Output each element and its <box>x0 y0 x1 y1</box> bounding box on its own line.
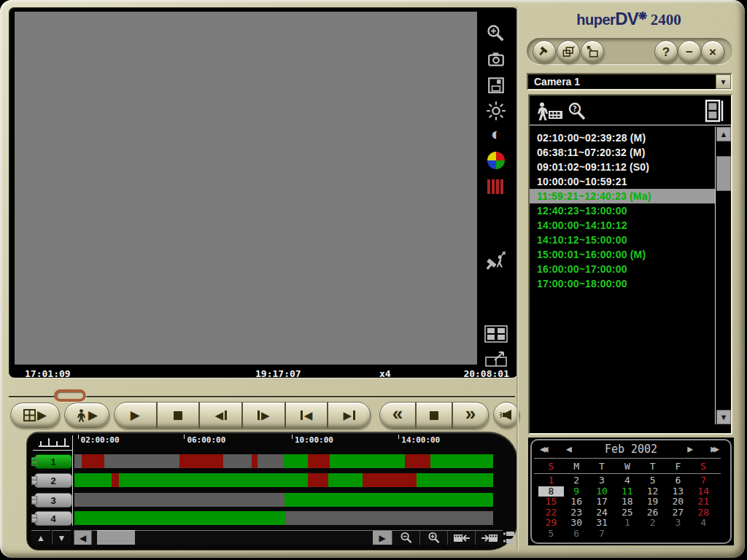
timeline-row-3[interactable] <box>74 493 493 507</box>
minimize-button[interactable]: − <box>678 40 701 63</box>
view-toggle-icon[interactable] <box>705 99 727 122</box>
calendar-day-cell[interactable]: 3 <box>665 518 691 528</box>
play-button[interactable]: ▶ <box>115 402 156 428</box>
calendar-day-cell[interactable]: 22 <box>538 508 564 518</box>
contrast-icon[interactable]: ◐ <box>491 125 502 143</box>
segment-pair-icon[interactable] <box>503 530 516 545</box>
tools-person-icon[interactable] <box>485 251 507 273</box>
calendar-day-cell[interactable]: 16 <box>564 497 589 507</box>
list-scrollbar-thumb[interactable] <box>716 156 731 191</box>
calendar-day-cell[interactable]: 25 <box>614 508 640 518</box>
segment-item[interactable]: 02:10:00~02:39:28 (M) <box>530 131 715 145</box>
segment-item[interactable]: 12:40:23~13:00:00 <box>530 203 715 218</box>
segment-item[interactable]: 16:00:00~17:00:00 <box>530 262 715 276</box>
calendar-day-cell[interactable]: 12 <box>640 486 665 497</box>
calendar-day-cell[interactable]: 2 <box>640 518 665 528</box>
rewind-button[interactable]: « <box>380 402 415 428</box>
channel-scroll-up-button[interactable]: ▲ <box>31 530 50 545</box>
calendar-day-cell[interactable]: 23 <box>564 508 589 518</box>
calendar-day-cell[interactable]: 28 <box>691 508 716 518</box>
calendar-day-cell[interactable]: 15 <box>538 497 564 507</box>
help-button[interactable]: ? <box>654 40 678 63</box>
calendar-day-cell[interactable]: 4 <box>691 518 716 528</box>
fast-forward-button[interactable]: » <box>452 402 488 428</box>
timeline-row-1[interactable] <box>74 454 493 468</box>
segment-item[interactable]: 14:00:00~14:10:12 <box>530 218 715 233</box>
calendar-day-cell[interactable]: 9 <box>564 486 589 497</box>
channel-button-1[interactable]: 1 <box>34 454 72 469</box>
segment-item[interactable]: 09:01:02~09:11:12 (S0) <box>530 160 715 174</box>
seek-handle[interactable] <box>54 389 86 402</box>
search-icon[interactable]: ? <box>568 102 587 121</box>
stop-button[interactable] <box>156 402 199 428</box>
calendar-day-cell[interactable]: 20 <box>665 497 691 507</box>
channel-button-3[interactable]: 3 <box>34 493 72 508</box>
timeline-scrollbar-thumb[interactable] <box>97 530 135 545</box>
segment-item[interactable]: 06:38:11~07:20:32 (M) <box>530 145 715 160</box>
calendar-day-cell[interactable]: 31 <box>589 518 615 528</box>
next-segment-button[interactable] <box>475 530 503 545</box>
calendar-day-cell[interactable]: 13 <box>665 486 691 497</box>
channel-button-4[interactable]: 4 <box>34 511 72 526</box>
copy-clip-button[interactable] <box>557 40 580 63</box>
go-start-button[interactable]: ◀ <box>285 402 328 428</box>
calendar-day-cell[interactable]: 11 <box>614 486 640 497</box>
multi-view-play-button[interactable]: ▶ <box>10 402 60 428</box>
go-end-button[interactable]: ▶ <box>327 402 370 428</box>
color-wheel-icon[interactable] <box>487 152 505 169</box>
calendar-day-cell[interactable]: 30 <box>564 518 589 528</box>
calendar-day-cell[interactable]: 6 <box>665 475 691 486</box>
channel-button-2[interactable]: 2 <box>34 473 72 488</box>
calendar-day-cell[interactable]: 7 <box>691 475 716 486</box>
setup-button[interactable] <box>533 40 556 63</box>
segment-item[interactable]: 14:10:12~15:00:00 <box>530 233 715 247</box>
chevron-down-icon[interactable]: ▼ <box>716 74 731 89</box>
save-floppy-icon[interactable] <box>487 76 506 95</box>
calendar-day-cell[interactable]: 26 <box>640 508 665 518</box>
segment-item[interactable]: 11:59:21~12:40:23 (Ma) <box>530 189 715 203</box>
calendar-day-cell[interactable]: 4 <box>614 475 640 486</box>
calendar-day-cell[interactable]: 21 <box>691 497 716 507</box>
calendar-day-cell[interactable]: 1 <box>614 518 640 528</box>
list-scroll-down-button[interactable]: ▼ <box>716 410 731 424</box>
calendar-day-cell[interactable]: 2 <box>564 475 589 486</box>
camera-select[interactable]: Camera 1 ▼ <box>527 73 732 90</box>
calendar-day-cell[interactable]: 10 <box>589 486 615 497</box>
list-scroll-up-button[interactable]: ▲ <box>716 127 731 141</box>
calendar-day-cell[interactable]: 14 <box>691 486 716 497</box>
color-bars-icon[interactable] <box>487 179 505 197</box>
calendar-day-cell[interactable]: 27 <box>665 508 691 518</box>
motion-play-button[interactable]: ▶ <box>64 402 109 428</box>
segment-item[interactable]: 10:00:00~10:59:21 <box>530 174 715 189</box>
snapshot-camera-icon[interactable] <box>487 50 506 69</box>
zoom-in-icon[interactable] <box>486 23 506 44</box>
pause-button[interactable] <box>415 402 452 428</box>
calendar-day-cell[interactable]: 8 <box>538 486 564 497</box>
timeline-scroll-right-button[interactable]: ▶ <box>373 530 392 545</box>
calendar-day-cell[interactable]: 1 <box>538 475 564 486</box>
calendar-day-cell[interactable]: 3 <box>589 475 615 486</box>
step-back-button[interactable]: ◀ <box>198 402 241 428</box>
open-file-button[interactable] <box>581 40 604 63</box>
calendar-day-cell[interactable]: 18 <box>614 497 640 507</box>
channel-scroll-down-button[interactable]: ▼ <box>52 530 71 545</box>
calendar-day-cell[interactable]: 29 <box>538 518 564 528</box>
calendar-day-cell[interactable]: 17 <box>589 497 615 507</box>
film-segments-icon[interactable] <box>484 325 508 343</box>
brightness-icon[interactable] <box>486 101 506 121</box>
step-forward-button[interactable]: ▶ <box>241 402 285 428</box>
calendar-day-cell[interactable]: 6 <box>564 529 589 539</box>
calendar-day-cell[interactable]: 19 <box>640 497 665 507</box>
segment-item[interactable]: 15:00:01~16:00:00 (M) <box>530 247 715 262</box>
previous-segment-button[interactable] <box>447 530 475 545</box>
segment-item[interactable]: 17:00:00~18:00:00 <box>530 276 715 291</box>
timeline-row-4[interactable] <box>74 511 493 525</box>
calendar-day-cell[interactable]: 5 <box>640 475 665 486</box>
calendar-day-cell[interactable]: 5 <box>538 529 564 539</box>
calendar-next-month-button[interactable]: ▶ <box>687 443 693 454</box>
close-button[interactable]: × <box>701 40 724 63</box>
motion-search-icon[interactable] <box>537 102 563 121</box>
calendar-day-cell[interactable]: 24 <box>589 508 615 518</box>
timeline-zoom-in-button[interactable] <box>419 530 447 545</box>
calendar-day-cell[interactable]: 7 <box>589 529 615 539</box>
